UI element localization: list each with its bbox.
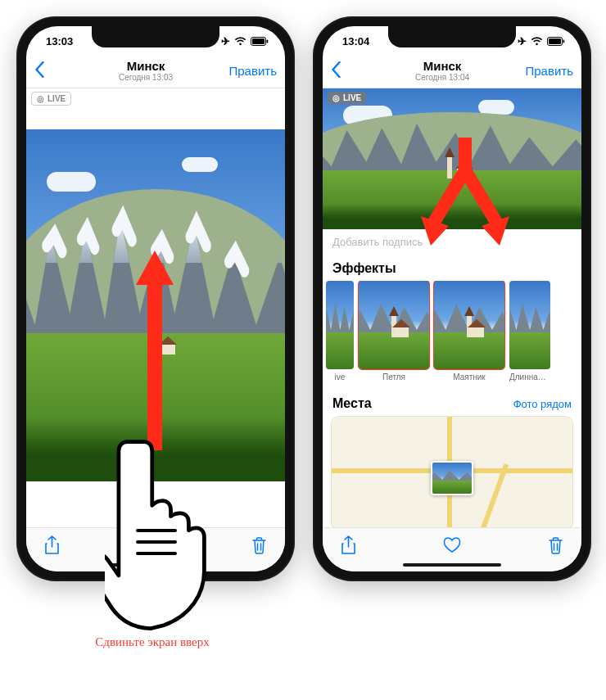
nav-title-block: Минск Сегодня 13:03 [67,60,224,83]
battery-icon [547,37,565,46]
trash-icon [548,536,563,554]
back-button[interactable] [34,61,67,81]
nav-bar: Минск Сегодня 13:04 Править [323,54,581,88]
map-photo-pin[interactable] [431,461,473,495]
notch [388,26,516,47]
heart-icon [443,537,461,553]
nav-title: Минск [364,60,521,74]
battery-icon [251,37,269,46]
share-button[interactable] [341,535,356,558]
svg-rect-1 [252,38,265,44]
effect-item[interactable]: Петля [359,281,429,382]
live-label: LIVE [343,93,361,102]
favorite-button[interactable] [443,537,461,557]
chevron-left-icon [331,61,341,78]
nav-title-block: Минск Сегодня 13:04 [364,60,521,83]
places-title: Места [332,396,372,411]
notch [92,26,219,47]
edit-button[interactable]: Править [224,64,277,78]
delete-button[interactable] [548,536,563,558]
back-button[interactable] [331,61,364,81]
share-icon [44,535,60,555]
delete-button[interactable] [251,536,267,558]
phone-right: 13:04 ✈ Минск Сегодня 13:04 Править [313,16,591,581]
live-badge: ◎ LIVE [328,92,366,104]
swipe-up-arrow-icon [133,246,177,450]
wifi-icon [234,37,246,46]
pointing-hand-icon [105,434,211,639]
share-icon [341,535,356,555]
status-time: 13:03 [46,35,73,47]
effects-row[interactable]: ive Петля Маятник Длинная выде [323,281,581,385]
svg-rect-4 [549,38,561,44]
status-right: ✈ [518,35,565,47]
nav-bar: Минск Сегодня 13:03 Править [26,54,285,88]
live-label: LIVE [47,94,66,103]
status-right: ✈ [221,35,269,47]
live-ring-icon: ◎ [332,93,340,102]
svg-rect-5 [563,39,565,43]
effect-label: Петля [359,369,429,382]
home-indicator[interactable] [403,563,501,567]
status-time: 13:04 [342,35,369,47]
trash-icon [251,536,267,554]
effect-label: ive [326,369,354,382]
nearby-photos-link[interactable]: Фото рядом [513,398,572,410]
live-badge: ◎ LIVE [31,92,71,106]
places-map[interactable] [331,416,573,527]
places-header: Места Фото рядом [323,385,581,416]
nav-title: Минск [67,60,224,74]
effect-item[interactable]: Длинная выде [509,281,550,382]
effects-pointer-arrows-icon [416,138,514,260]
nav-subtitle: Сегодня 13:03 [67,73,224,82]
airplane-icon: ✈ [518,35,527,47]
svg-rect-2 [267,39,269,43]
nav-subtitle: Сегодня 13:04 [364,73,521,82]
live-ring-icon: ◎ [37,94,44,103]
screen-right: 13:04 ✈ Минск Сегодня 13:04 Править [323,26,581,571]
chevron-left-icon [34,61,45,78]
effect-item[interactable]: ive [326,281,354,382]
share-button[interactable] [44,535,60,558]
effect-item[interactable]: Маятник [434,281,504,382]
airplane-icon: ✈ [221,35,230,47]
effect-label: Маятник [434,369,504,382]
edit-button[interactable]: Править [521,64,573,78]
wifi-icon [531,37,543,46]
effect-label: Длинная выде [509,369,550,382]
